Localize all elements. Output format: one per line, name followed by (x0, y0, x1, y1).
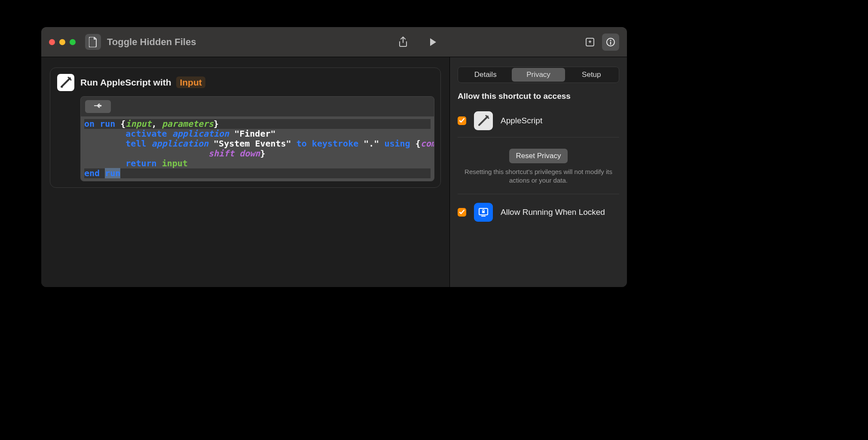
permission-checkbox-applescript[interactable] (458, 116, 466, 125)
tab-details[interactable]: Details (459, 68, 512, 82)
svg-rect-3 (610, 42, 611, 45)
reset-privacy-button[interactable]: Reset Privacy (509, 149, 568, 163)
reset-privacy-section: Reset Privacy Resetting this shortcut's … (458, 146, 619, 194)
run-button[interactable] (425, 34, 442, 51)
reset-privacy-note: Resetting this shortcut's privileges wil… (461, 168, 616, 185)
inspector-tabs: Details Privacy Setup (458, 67, 619, 83)
titlebar: Toggle Hidden Files (41, 27, 449, 57)
code-line-2: activate application "Finder" (84, 129, 431, 139)
tab-privacy[interactable]: Privacy (512, 68, 565, 82)
code-line-1: on run {input, parameters} (84, 119, 431, 129)
window-title: Toggle Hidden Files (107, 37, 196, 48)
minimize-window-button[interactable] (59, 39, 65, 45)
lock-screen-icon (474, 203, 493, 222)
privacy-section-label: Allow this shortcut to access (458, 92, 619, 101)
permission-label-applescript: AppleScript (501, 116, 542, 125)
inspector-sidebar: Details Privacy Setup Allow this shortcu… (449, 57, 627, 287)
script-editor: on run {input, parameters} activate appl… (80, 96, 434, 181)
code-line-4: shift down} (84, 149, 431, 159)
svg-rect-5 (482, 211, 485, 213)
close-window-button[interactable] (49, 39, 55, 45)
script-toolbar (81, 97, 434, 116)
action-header: Run AppleScript with Input (56, 72, 434, 96)
zoom-window-button[interactable] (70, 39, 76, 45)
share-button[interactable] (394, 34, 412, 51)
input-token[interactable]: Input (176, 76, 205, 88)
run-applescript-action: Run AppleScript with Input on run {input… (50, 67, 441, 188)
library-sparkle-icon[interactable] (581, 34, 599, 51)
document-icon (85, 34, 101, 50)
tab-setup[interactable]: Setup (565, 68, 618, 82)
inspector-titlebar (449, 27, 627, 57)
workflow-canvas: Run AppleScript with Input on run {input… (41, 57, 449, 287)
code-line-5: return input (84, 159, 431, 168)
allow-when-locked-checkbox[interactable] (458, 208, 466, 217)
script-body[interactable]: on run {input, parameters} activate appl… (81, 116, 434, 181)
allow-when-locked-row: Allow Running When Locked (458, 203, 619, 222)
svg-point-2 (610, 40, 611, 41)
shortcuts-editor-window: Toggle Hidden Files (41, 27, 627, 287)
applescript-permission-icon (474, 111, 493, 130)
info-inspector-button[interactable] (602, 34, 619, 51)
svg-rect-6 (481, 216, 486, 217)
compile-button[interactable] (85, 100, 111, 113)
applescript-app-icon (57, 74, 74, 91)
code-line-6: end run (84, 168, 431, 178)
traffic-lights (49, 39, 76, 45)
permission-row-applescript: AppleScript (458, 110, 619, 138)
code-line-3: tell application "System Events" to keys… (84, 139, 431, 149)
action-title: Run AppleScript with Input (80, 77, 205, 88)
action-title-text: Run AppleScript with (80, 77, 171, 87)
allow-when-locked-label: Allow Running When Locked (501, 208, 605, 217)
